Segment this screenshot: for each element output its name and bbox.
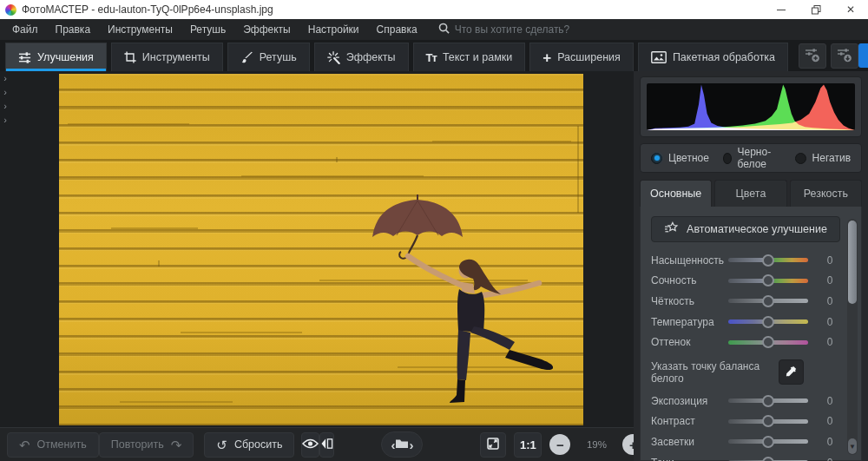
- window-controls: ✕: [764, 0, 868, 19]
- redo-button[interactable]: Повторить ↷: [99, 432, 194, 458]
- menu-item-правка[interactable]: Правка: [47, 19, 100, 40]
- main-tab-расширения[interactable]: +Расширения: [529, 43, 634, 71]
- main-tab-эффекты[interactable]: Эффекты: [314, 43, 409, 71]
- slider-track[interactable]: [728, 419, 808, 424]
- white-balance-row: Указать точку баланса белого: [651, 359, 840, 386]
- slider-track[interactable]: [728, 340, 808, 345]
- left-collapse-strip[interactable]: › › › ›: [1, 73, 10, 126]
- plus-icon: +: [542, 50, 551, 65]
- slider-handle[interactable]: [762, 457, 774, 461]
- main-tab-улучшения[interactable]: Улучшения: [5, 43, 107, 71]
- slider-handle[interactable]: [762, 295, 774, 307]
- preset-export-button[interactable]: [831, 43, 858, 69]
- photomaster-window: ФотоМАСТЕР - edu-lauton-TyQ-0lPp6e4-unsp…: [0, 0, 868, 461]
- slider-track[interactable]: [728, 299, 808, 303]
- slider-value: 0: [819, 415, 840, 427]
- menu-item-ретушь[interactable]: Ретушь: [181, 19, 234, 40]
- slider-label: Засветки: [651, 436, 728, 448]
- preview-original-button[interactable]: [301, 432, 319, 458]
- workspace: › › › ›: [0, 71, 634, 427]
- slider-label: Сочность: [651, 274, 728, 286]
- slider-row-basic: Сочность0: [651, 271, 840, 292]
- panel-tab-цвета[interactable]: Цвета: [714, 180, 786, 207]
- minimize-button[interactable]: [764, 0, 799, 19]
- right-panel: ЦветноеЧерно-белоеНегатив ОсновныеЦветаР…: [634, 71, 868, 461]
- actual-size-button[interactable]: 1:1: [514, 432, 542, 458]
- main-tab-ретушь[interactable]: Ретушь: [227, 43, 310, 71]
- slider-handle[interactable]: [762, 436, 774, 448]
- menu-items: ФайлПравкаИнструментыРетушьЭффектыНастро…: [3, 19, 426, 40]
- mode-radio-негатив[interactable]: Негатив: [795, 152, 851, 164]
- histogram-red-channel: [647, 85, 855, 130]
- main-tab-label: Текст и рамки: [443, 51, 512, 63]
- redo-label: Повторить: [111, 438, 164, 451]
- save-button[interactable]: Сохранить: [858, 43, 868, 68]
- slider-track[interactable]: [728, 398, 808, 403]
- slider-label: Температура: [651, 316, 728, 328]
- next-photo-button[interactable]: ›: [409, 438, 413, 452]
- slider-row-basic: Температура0: [651, 312, 840, 333]
- folder-icon[interactable]: [395, 437, 409, 452]
- menu-item-справка[interactable]: Справка: [368, 19, 426, 40]
- slider-track[interactable]: [728, 279, 808, 283]
- main-tab-пакетная-обработка[interactable]: Пакетная обработка: [638, 43, 788, 71]
- main-tab-label: Инструменты: [142, 51, 210, 63]
- panel-scrollbar[interactable]: ▼: [847, 219, 858, 455]
- search-box[interactable]: Что вы хотите сделать?: [438, 22, 570, 37]
- mode-radio-цветное[interactable]: Цветное: [651, 152, 709, 164]
- zoom-out-button[interactable]: −: [549, 434, 570, 455]
- menu-item-файл[interactable]: Файл: [3, 19, 47, 40]
- fit-screen-button[interactable]: [480, 432, 506, 458]
- main-tab-label: Улучшения: [37, 51, 94, 63]
- slider-handle[interactable]: [762, 415, 774, 427]
- reset-button[interactable]: ↺ Сбросить: [204, 432, 294, 458]
- slider-value: 0: [819, 254, 840, 267]
- slider-handle[interactable]: [762, 254, 774, 267]
- reset-label: Сбросить: [234, 438, 283, 451]
- slider-handle[interactable]: [762, 395, 774, 407]
- slider-row-tone: Тени0: [651, 452, 840, 461]
- sliders-icon: [18, 51, 31, 64]
- slider-track[interactable]: [728, 258, 808, 262]
- histogram-chart: [647, 83, 855, 130]
- sliders-basic-group: Насыщенность0Сочность0Чёткость0Температу…: [651, 250, 840, 352]
- histogram-panel: [640, 76, 862, 137]
- menu-item-эффекты[interactable]: Эффекты: [234, 19, 299, 40]
- slider-handle[interactable]: [762, 336, 774, 348]
- panel-tab-резкость[interactable]: Резкость: [790, 180, 862, 207]
- panel-content: Автоматическое улучшение Насыщенность0Со…: [640, 207, 862, 461]
- slider-value: 0: [819, 395, 840, 407]
- search-icon: [438, 22, 450, 37]
- umbrella: [372, 194, 463, 259]
- menu-item-инструменты[interactable]: Инструменты: [99, 19, 181, 40]
- scrollbar-down-button[interactable]: ▼: [848, 438, 857, 454]
- auto-enhance-button[interactable]: Автоматическое улучшение: [651, 216, 840, 242]
- preset-add-button[interactable]: [799, 43, 826, 69]
- slider-value: 0: [819, 336, 840, 348]
- window-title: ФотоМАСТЕР - edu-lauton-TyQ-0lPp6e4-unsp…: [22, 3, 764, 16]
- close-button[interactable]: ✕: [833, 0, 868, 19]
- search-placeholder: Что вы хотите сделать?: [455, 23, 570, 36]
- photo-canvas[interactable]: [59, 74, 583, 425]
- restore-button[interactable]: [799, 0, 833, 19]
- slider-track[interactable]: [728, 319, 808, 324]
- slider-value: 0: [819, 274, 840, 286]
- preset-export-icon: [837, 47, 852, 65]
- mode-radio-label: Негатив: [812, 152, 851, 164]
- slider-handle[interactable]: [762, 316, 774, 328]
- panel-tab-основные[interactable]: Основные: [640, 180, 712, 207]
- slider-value: 0: [819, 295, 840, 307]
- white-balance-eyedropper-button[interactable]: [779, 359, 804, 385]
- brush-icon: [240, 51, 253, 64]
- main-tab-текст-и-рамки[interactable]: TтТекст и рамки: [413, 43, 526, 71]
- main-tab-инструменты[interactable]: Инструменты: [111, 43, 223, 71]
- scrollbar-thumb[interactable]: [848, 221, 857, 304]
- slider-track[interactable]: [728, 439, 808, 444]
- menu-item-настройки[interactable]: Настройки: [299, 19, 368, 40]
- undo-button[interactable]: ↶ Отменить: [7, 432, 99, 458]
- slider-handle[interactable]: [762, 274, 774, 286]
- mode-radio-черно-белое[interactable]: Черно-белое: [723, 146, 781, 170]
- titlebar: ФотоМАСТЕР - edu-lauton-TyQ-0lPp6e4-unsp…: [0, 0, 868, 19]
- compare-before-after-button[interactable]: [319, 432, 334, 458]
- main-tab-label: Ретушь: [260, 51, 297, 63]
